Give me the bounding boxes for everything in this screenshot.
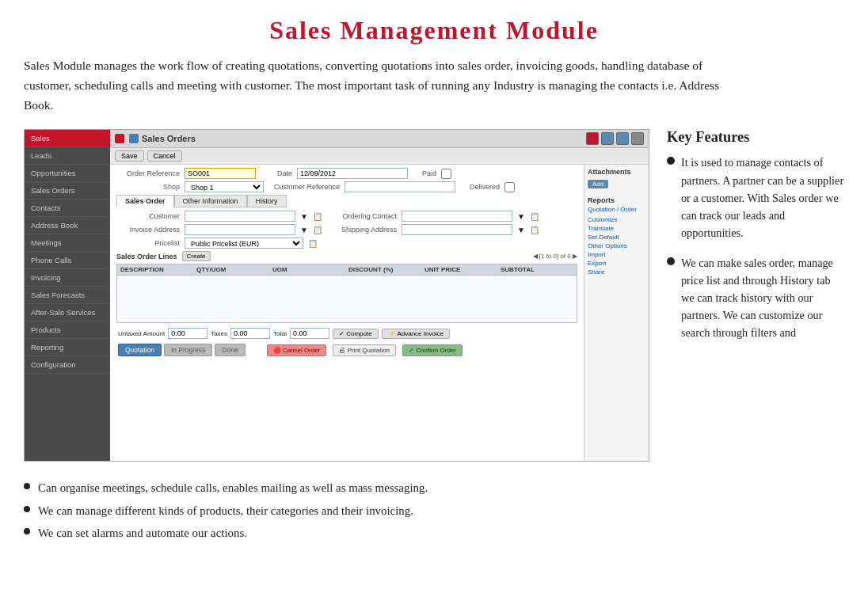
taxes-input[interactable]	[230, 328, 270, 339]
sim-table-body	[116, 276, 577, 323]
screenshot-column: Sales Leads Opportunities Sales Orders C…	[24, 129, 649, 462]
key-features-heading: Key Features	[667, 129, 846, 146]
feature-text-2: We can make sales order, manage price li…	[681, 254, 846, 341]
feature-text-1: It is used to manage contacts of partner…	[681, 154, 846, 241]
date-label: Date	[261, 169, 292, 177]
panel-link-other-options[interactable]: Other Options	[588, 242, 645, 249]
panel-link-quotation-order[interactable]: Quotation / Order	[588, 206, 645, 213]
sidebar-item-reporting[interactable]: Reporting	[25, 339, 110, 356]
sim-order-lines-header: Sales Order Lines Create ◀ [1 to 0] of 0…	[116, 251, 577, 261]
sim-form: Order Reference Date Paid Shop	[110, 165, 584, 461]
sim-icon-sm3: ▼	[517, 212, 525, 221]
panel-link-translate[interactable]: Translate	[588, 225, 645, 232]
sidebar-item-phone-calls[interactable]: Phone Calls	[25, 252, 110, 269]
pricelist-select[interactable]: Public Pricelist (EUR)	[185, 238, 303, 249]
sidebar-item-invoicing[interactable]: Invoicing	[25, 269, 110, 287]
attachments-add-btn[interactable]: Add	[588, 180, 608, 188]
paid-checkbox[interactable]	[441, 169, 451, 179]
col-unit-price: UNIT PRICE	[424, 266, 497, 273]
sidebar-item-sales-forecasts[interactable]: Sales Forecasts	[25, 287, 110, 304]
sim-save-button[interactable]: Save	[115, 150, 144, 162]
sim-icon-sm9: 📋	[308, 239, 316, 248]
status-quotation-btn[interactable]: Quotation	[118, 344, 162, 356]
sim-right-panel: Attachments Add Reports Quotation / Orde…	[584, 165, 649, 461]
main-content: Sales Leads Opportunities Sales Orders C…	[24, 129, 844, 462]
sidebar-item-sales-orders[interactable]: Sales Orders	[25, 182, 110, 200]
total-input[interactable]	[290, 328, 329, 339]
shipping-addr-input[interactable]	[402, 224, 512, 235]
sidebar-item-leads[interactable]: Leads	[25, 147, 110, 165]
pricelist-label: Pricelist	[116, 239, 180, 247]
bottom-bullet-2: We can manage different kinds of product…	[24, 502, 844, 519]
confirm-order-btn[interactable]: ✓ Confirm Order	[402, 344, 463, 356]
sidebar-item-meetings[interactable]: Meetings	[25, 234, 110, 252]
page-title: Sales Management Module	[24, 16, 844, 45]
panel-link-import[interactable]: Import	[588, 251, 645, 258]
panel-link-set-default[interactable]: Set Default	[588, 234, 645, 241]
order-ref-label: Order Reference	[116, 169, 180, 177]
bottom-dot-3	[24, 528, 30, 534]
sidebar-item-opportunities[interactable]: Opportunities	[25, 165, 110, 182]
sidebar-item-after-sale[interactable]: After-Sale Services	[25, 304, 110, 321]
order-ref-input[interactable]	[185, 168, 256, 179]
sim-icon-sm: ▼	[300, 212, 308, 221]
sidebar-item-configuration[interactable]: Configuration	[25, 356, 110, 374]
sim-panel-links: Reports Quotation / Order Customize Tran…	[588, 196, 645, 276]
sim-sidebar: Sales Leads Opportunities Sales Orders C…	[25, 130, 110, 461]
sim-icon-gray[interactable]	[631, 132, 644, 145]
sim-order-ref-row: Order Reference Date Paid	[116, 168, 577, 179]
sim-icon-red[interactable]	[586, 132, 599, 145]
sidebar-item-address-book[interactable]: Address Book	[25, 217, 110, 234]
sim-customer-row: Customer ▼ 📋 Ordering Contact ▼ 📋	[116, 211, 577, 222]
ordering-contact-input[interactable]	[402, 211, 512, 222]
tab-other-info[interactable]: Other Information	[174, 195, 247, 207]
bottom-bullet-3: We can set alarms and automate our actio…	[24, 524, 844, 542]
sim-icon-sm2: 📋	[313, 212, 321, 221]
customer-input[interactable]	[185, 211, 295, 222]
sim-cancel-button[interactable]: Cancel	[147, 150, 182, 162]
bottom-bullet-1: Can organise meetings, schedule calls, e…	[24, 479, 844, 496]
sim-logo-icon	[115, 134, 124, 143]
status-in-progress-btn[interactable]: In Progress	[164, 344, 212, 356]
tab-history[interactable]: History	[247, 195, 287, 207]
untaxed-input[interactable]	[168, 328, 207, 339]
col-description: DESCRIPTION	[120, 266, 193, 273]
sim-tabs: Sales Order Other Information History	[116, 195, 577, 207]
sidebar-item-products[interactable]: Products	[25, 321, 110, 339]
tab-sales-order[interactable]: Sales Order	[116, 195, 174, 207]
compute-btn[interactable]: ✓ Compute	[333, 329, 379, 339]
cancel-order-btn[interactable]: 🔴 Cancel Order	[267, 344, 327, 356]
sim-icon-sm7: ▼	[517, 226, 525, 234]
sim-icon-sm6: 📋	[313, 226, 321, 234]
sim-top-bar: Sales Orders	[110, 130, 649, 148]
intro-text: Sales Module manages the work flow of cr…	[24, 56, 737, 115]
panel-link-share[interactable]: Share	[588, 268, 645, 276]
sim-create-btn[interactable]: Create	[182, 251, 211, 261]
print-quotation-btn[interactable]: 🖨 Print Quotation	[333, 344, 396, 356]
sim-header-icons	[586, 132, 644, 145]
attachments-title: Attachments	[588, 168, 645, 176]
sim-pagination: ◀ [1 to 0] of 0 ▶	[533, 253, 577, 260]
delivered-label: Delivered	[460, 183, 500, 191]
invoice-addr-input[interactable]	[185, 224, 295, 235]
delivered-checkbox[interactable]	[504, 182, 515, 192]
advance-invoice-btn[interactable]: ⚡ Advance Invoice	[382, 329, 450, 339]
panel-link-export[interactable]: Export	[588, 260, 645, 267]
sim-body: Order Reference Date Paid Shop	[110, 165, 649, 461]
sidebar-item-contacts[interactable]: Contacts	[25, 200, 110, 217]
sim-icon-sm8: 📋	[530, 226, 538, 234]
sim-icon-blue2[interactable]	[616, 132, 629, 145]
sim-icon-blue1[interactable]	[601, 132, 614, 145]
sidebar-item-sales[interactable]: Sales	[25, 130, 110, 147]
simulated-ui: Sales Leads Opportunities Sales Orders C…	[25, 130, 649, 461]
bottom-bullet-text-1: Can organise meetings, schedule calls, e…	[38, 479, 428, 496]
shop-label: Shop	[116, 183, 180, 191]
shop-select[interactable]: Shop 1	[185, 181, 264, 192]
order-lines-title: Sales Order Lines	[116, 253, 177, 260]
col-qty: QTY/UOM	[196, 266, 269, 273]
features-column: Key Features It is used to manage contac…	[664, 129, 846, 354]
date-input[interactable]	[297, 168, 408, 179]
panel-link-customize[interactable]: Customize	[588, 216, 645, 223]
customer-ref-input[interactable]	[345, 181, 455, 192]
status-done-btn[interactable]: Done	[215, 344, 245, 356]
